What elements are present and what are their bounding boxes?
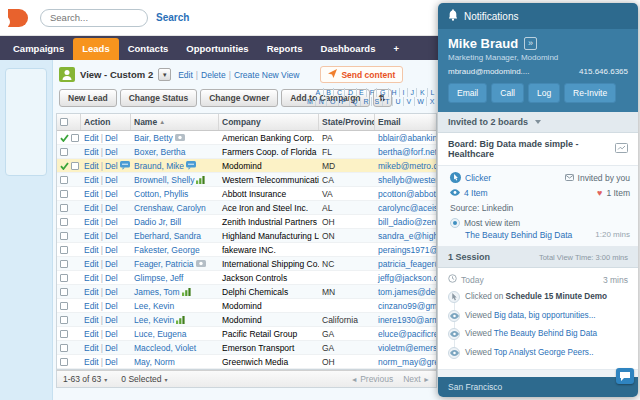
alphabet-letter[interactable]: F <box>367 88 377 97</box>
lead-name-link[interactable]: Cotton, Phyllis <box>134 189 188 199</box>
boards-section-header[interactable]: Invited to 2 boards <box>438 112 638 133</box>
alphabet-letter[interactable]: V <box>404 97 415 106</box>
change-owner-button[interactable]: Change Owner <box>200 89 278 107</box>
edit-link[interactable]: Edit <box>84 203 99 213</box>
del-link[interactable]: Del <box>105 315 118 325</box>
edit-link[interactable]: Edit <box>84 147 99 157</box>
tab-item[interactable]: + <box>384 38 408 60</box>
lead-name-link[interactable]: Glimpse, Jeff <box>134 273 183 283</box>
edit-link[interactable]: Edit <box>84 189 99 199</box>
email-link[interactable]: norm_may@green... <box>378 357 436 367</box>
view-link-delete[interactable]: Delete <box>201 70 226 80</box>
row-checkbox[interactable] <box>60 246 68 254</box>
alphabet-letter[interactable]: X <box>427 97 437 106</box>
column-company[interactable]: Company <box>219 114 319 130</box>
profile-action-email[interactable]: Email <box>448 83 487 103</box>
row-checkbox[interactable] <box>60 344 68 352</box>
email-link[interactable]: violetm@emersontr... <box>378 343 436 353</box>
del-link[interactable]: Del <box>105 245 118 255</box>
alphabet-letter[interactable]: R <box>361 97 372 106</box>
edit-link[interactable]: Edit <box>84 133 99 143</box>
lead-name-link[interactable]: James, Tom <box>134 287 180 297</box>
lead-name-link[interactable]: Dadio Jr, Bill <box>134 217 181 227</box>
row-checkbox[interactable] <box>71 162 79 170</box>
alphabet-letter[interactable]: T <box>383 97 393 106</box>
view-link-edit[interactable]: Edit <box>178 70 193 80</box>
row-checkbox[interactable] <box>60 232 68 240</box>
edit-link[interactable]: Edit <box>84 245 99 255</box>
column-action[interactable]: Action <box>81 114 131 130</box>
profile-action-call[interactable]: Call <box>491 83 524 103</box>
email-link[interactable]: cinzano99@gmail.c... <box>378 301 436 311</box>
email-link[interactable]: eluce@pacificretail... <box>378 329 436 339</box>
row-checkbox[interactable] <box>71 134 79 142</box>
alphabet-letter[interactable]: S <box>372 97 383 106</box>
next-page-button[interactable]: Next ► <box>403 374 430 384</box>
global-search-button[interactable]: Search <box>156 12 189 23</box>
edit-link[interactable]: Edit <box>84 231 99 241</box>
lead-name-link[interactable]: Bair, Betty <box>134 133 173 143</box>
alphabet-letter[interactable]: N <box>316 97 327 106</box>
view-link-create-new-view[interactable]: Create New View <box>234 70 300 80</box>
del-link[interactable]: Del <box>105 301 118 311</box>
tab-campaigns[interactable]: Campaigns <box>4 38 73 60</box>
most-viewed-link[interactable]: The Beauty Behind Big Data <box>465 230 572 240</box>
edit-link[interactable]: Edit <box>84 175 99 185</box>
lead-name-link[interactable]: Lee, Kevin <box>134 301 174 311</box>
del-link[interactable]: Del <box>105 133 118 143</box>
email-link[interactable]: bblair@abankingco... <box>378 133 436 143</box>
alphabet-letter[interactable]: K <box>417 88 428 97</box>
previous-page-button[interactable]: ◄ Previous <box>351 374 393 384</box>
row-checkbox[interactable] <box>60 330 68 338</box>
alphabet-letter[interactable]: U <box>393 97 404 106</box>
session-section-header[interactable]: 1 Session Total View Time: 3:00 mins <box>438 247 638 268</box>
lead-name-link[interactable]: Luce, Eugena <box>134 329 186 339</box>
profile-action-log[interactable]: Log <box>528 83 560 103</box>
lead-name-link[interactable]: Braund, Mike <box>134 161 184 171</box>
tab-dashboards[interactable]: Dashboards <box>312 38 385 60</box>
event-target[interactable]: Big data, big opportunities... <box>494 311 596 320</box>
edit-link[interactable]: Edit <box>84 273 99 283</box>
del-link[interactable]: Del <box>105 175 118 185</box>
alphabet-letter[interactable]: W <box>415 97 428 106</box>
column-email[interactable]: Email <box>375 114 436 130</box>
del-link[interactable]: Del <box>105 189 118 199</box>
row-checkbox[interactable] <box>60 274 68 282</box>
global-search-input[interactable] <box>40 9 148 27</box>
view-selector-dropdown[interactable]: ▾ <box>158 68 171 81</box>
row-checkbox[interactable] <box>60 260 68 268</box>
del-link[interactable]: Del <box>105 343 118 353</box>
edit-link[interactable]: Edit <box>84 287 99 297</box>
email-link[interactable]: jeffg@jackson.com <box>378 273 436 283</box>
alphabet-letter[interactable]: M <box>304 97 316 106</box>
lead-name-link[interactable]: Crenshaw, Carolyn <box>134 203 206 213</box>
new-lead-button[interactable]: New Lead <box>59 89 117 107</box>
del-link[interactable]: Del <box>105 273 118 283</box>
event-target[interactable]: Top Analyst George Peers.. <box>494 348 594 357</box>
edit-link[interactable]: Edit <box>84 357 99 367</box>
email-link[interactable]: sandra_e@highlan... <box>378 231 436 241</box>
event-target[interactable]: The Beauty Behind Big Data <box>494 329 597 338</box>
lead-name-link[interactable]: Lee, Kevin <box>134 315 174 325</box>
del-link[interactable]: Del <box>105 329 118 339</box>
page-range-dropdown[interactable]: 1-63 of 63▾ <box>63 374 107 384</box>
lead-name-link[interactable]: Fakester, George <box>134 245 200 255</box>
del-link[interactable]: Del <box>105 259 118 269</box>
alphabet-letter[interactable]: E <box>357 88 368 97</box>
edit-link[interactable]: Edit <box>84 161 99 171</box>
email-link[interactable]: tom.james@delphi... <box>378 287 436 297</box>
email-link[interactable]: bertha@forf.net <box>378 147 436 157</box>
change-status-button[interactable]: Change Status <box>120 89 198 107</box>
row-checkbox[interactable] <box>60 316 68 324</box>
column-name[interactable]: Name▲ <box>131 114 219 130</box>
email-link[interactable]: peraings1971@err... <box>378 245 436 255</box>
alphabet-letter[interactable]: H <box>389 88 400 97</box>
alphabet-letter[interactable]: L <box>428 88 437 97</box>
lead-name-link[interactable]: Maccleod, Violet <box>134 343 196 353</box>
lead-name-link[interactable]: May, Norm <box>134 357 175 367</box>
alphabet-letter[interactable]: G <box>377 88 388 97</box>
row-checkbox[interactable] <box>60 302 68 310</box>
alphabet-letter[interactable]: O <box>327 97 338 106</box>
alphabet-letter[interactable]: I <box>400 88 408 97</box>
email-link[interactable]: inere1930@armyw... <box>378 315 436 325</box>
